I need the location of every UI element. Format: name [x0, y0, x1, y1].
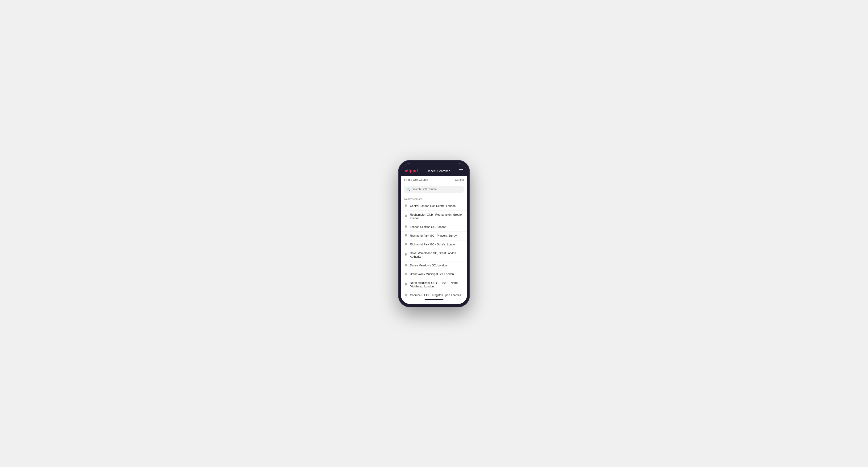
list-item[interactable]: Roehampton Club - Roehampton, Greater Lo… [401, 211, 467, 223]
search-box: 🔍 [404, 186, 464, 193]
course-name: London Scottish GC, London [410, 225, 446, 229]
list-item[interactable]: London Scottish GC, London [401, 223, 467, 232]
notch-area [401, 163, 467, 166]
location-pin-icon [404, 205, 408, 208]
list-item[interactable]: Coombe Hill GC, Kingston upon Thames [401, 291, 467, 300]
course-name: Central London Golf Centre, London [410, 205, 456, 208]
location-pin-icon [404, 264, 408, 268]
list-item[interactable]: Richmond Park GC - Prince's, Surrey [401, 232, 467, 241]
cancel-button[interactable]: Cancel [455, 178, 464, 182]
search-input[interactable] [412, 188, 461, 191]
list-item[interactable]: Central London Golf Centre, London [401, 202, 467, 211]
find-bar: Find a Golf Course Cancel [401, 176, 467, 184]
location-pin-icon [404, 215, 408, 219]
course-name: Brent Valley Municipal GC, London [410, 273, 454, 276]
location-pin-icon [404, 253, 408, 257]
phone-device: clippd Recent Searches Find a Golf Cours… [399, 160, 469, 307]
list-item[interactable]: Dukes Meadows GC, London [401, 261, 467, 270]
app-header: clippd Recent Searches [401, 166, 467, 176]
location-pin-icon [404, 293, 408, 297]
course-name: Dukes Meadows GC, London [410, 264, 447, 268]
course-name: Richmond Park GC - Prince's, Surrey [410, 234, 457, 238]
search-container: 🔍 [401, 184, 467, 195]
location-pin-icon [404, 283, 408, 287]
list-item[interactable]: Royal Wimbledon GC, Great London Authori… [401, 249, 467, 261]
main-content: Find a Golf Course Cancel 🔍 Nearby cours… [401, 176, 467, 304]
course-name: Richmond Park GC - Duke's, London [410, 243, 457, 247]
list-item[interactable]: North Middlesex GC (1011942 - North Midd… [401, 279, 467, 291]
search-icon: 🔍 [407, 188, 410, 191]
course-name: Roehampton Club - Roehampton, Greater Lo… [410, 213, 464, 220]
location-pin-icon [404, 225, 408, 229]
menu-icon[interactable] [459, 169, 463, 172]
home-indicator [425, 299, 443, 300]
location-pin-icon [404, 273, 408, 276]
course-name: North Middlesex GC (1011942 - North Midd… [410, 281, 464, 289]
list-item[interactable]: Richmond Park GC - Duke's, London [401, 241, 467, 249]
page-title: Recent Searches [427, 169, 450, 173]
location-pin-icon [404, 234, 408, 238]
list-item[interactable]: Brent Valley Municipal GC, London [401, 270, 467, 279]
find-label: Find a Golf Course [404, 178, 428, 182]
location-pin-icon [404, 243, 408, 247]
course-name: Royal Wimbledon GC, Great London Authori… [410, 252, 464, 259]
phone-screen: clippd Recent Searches Find a Golf Cours… [401, 163, 467, 304]
app-logo: clippd [405, 168, 418, 174]
course-list: Central London Golf Centre, London Roeha… [401, 202, 467, 304]
nearby-section-label: Nearby courses [401, 195, 467, 202]
course-name: Coombe Hill GC, Kingston upon Thames [410, 293, 461, 297]
